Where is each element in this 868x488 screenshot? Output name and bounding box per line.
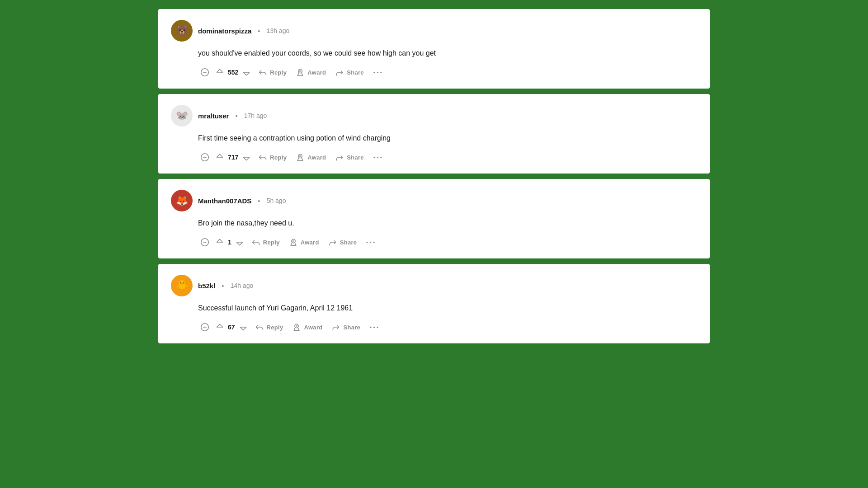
comment-header: 🐻 dominatorspizza • 13h ago bbox=[171, 20, 697, 42]
avatar: 🐭 bbox=[171, 105, 193, 127]
downvote-button[interactable] bbox=[237, 321, 250, 333]
more-options-button[interactable]: ··· bbox=[369, 66, 387, 79]
collapse-button[interactable] bbox=[198, 235, 212, 249]
collapse-icon bbox=[200, 237, 210, 247]
upvote-button[interactable] bbox=[213, 151, 226, 164]
reply-button[interactable]: Reply bbox=[251, 320, 287, 334]
award-button[interactable]: Award bbox=[292, 65, 330, 80]
downvote-icon bbox=[239, 323, 248, 332]
share-icon bbox=[335, 153, 344, 162]
more-options-button[interactable]: ··· bbox=[369, 151, 387, 164]
share-button[interactable]: Share bbox=[331, 150, 368, 164]
reply-button[interactable]: Reply bbox=[255, 65, 290, 80]
award-label: Award bbox=[304, 324, 322, 331]
collapse-button[interactable] bbox=[198, 150, 212, 164]
timestamp: 14h ago bbox=[231, 282, 254, 289]
comment-actions: 717 Reply bbox=[198, 150, 697, 164]
award-label: Award bbox=[301, 239, 319, 246]
share-label: Share bbox=[340, 239, 357, 246]
comment-header: 🦊 Manthan007ADS • 5h ago bbox=[171, 190, 697, 211]
award-icon bbox=[292, 323, 301, 332]
comment-text: Successful launch of Yuri Gagarin, April… bbox=[198, 303, 697, 314]
reply-label: Reply bbox=[270, 69, 287, 76]
comment-card-2: 🐭 mraltuser • 17h ago First time seeing … bbox=[158, 94, 710, 174]
comment-header: 🐥 b52kl • 14h ago bbox=[171, 275, 697, 296]
comment-header: 🐭 mraltuser • 17h ago bbox=[171, 105, 697, 127]
username: Manthan007ADS bbox=[198, 197, 251, 205]
collapse-button[interactable] bbox=[198, 320, 212, 334]
downvote-button[interactable] bbox=[240, 66, 253, 79]
avatar: 🐥 bbox=[171, 275, 193, 296]
vote-count: 1 bbox=[228, 239, 231, 246]
reply-icon bbox=[255, 323, 264, 332]
reply-label: Reply bbox=[270, 154, 287, 161]
downvote-icon bbox=[242, 68, 251, 77]
comment-card-4: 🐥 b52kl • 14h ago Successful launch of Y… bbox=[158, 264, 710, 343]
award-button[interactable]: Award bbox=[288, 320, 326, 334]
username: mraltuser bbox=[198, 112, 229, 120]
vote-count: 717 bbox=[228, 154, 238, 161]
share-icon bbox=[328, 238, 337, 247]
collapse-icon bbox=[200, 67, 210, 77]
dot-separator: • bbox=[258, 197, 260, 205]
comment-text: Bro join the nasa,they need u. bbox=[198, 218, 697, 229]
share-button[interactable]: Share bbox=[325, 235, 361, 249]
share-label: Share bbox=[347, 154, 364, 161]
timestamp: 13h ago bbox=[267, 27, 290, 34]
reply-label: Reply bbox=[263, 239, 280, 246]
svg-point-2 bbox=[298, 69, 302, 73]
award-label: Award bbox=[307, 154, 326, 161]
reply-label: Reply bbox=[267, 324, 283, 331]
comment-text: First time seeing a contraption using po… bbox=[198, 133, 697, 144]
upvote-button[interactable] bbox=[213, 66, 226, 79]
share-label: Share bbox=[343, 324, 360, 331]
timestamp: 17h ago bbox=[244, 112, 267, 119]
reply-button[interactable]: Reply bbox=[255, 150, 290, 164]
downvote-icon bbox=[235, 238, 244, 247]
svg-point-10 bbox=[292, 239, 295, 243]
upvote-icon bbox=[215, 153, 224, 162]
upvote-button[interactable] bbox=[213, 321, 226, 333]
upvote-button[interactable] bbox=[213, 236, 226, 249]
timestamp: 5h ago bbox=[267, 197, 286, 204]
dot-separator: • bbox=[258, 27, 260, 35]
more-options-button[interactable]: ··· bbox=[366, 321, 383, 333]
svg-point-11 bbox=[292, 240, 294, 242]
svg-point-7 bbox=[300, 155, 301, 157]
collapse-icon bbox=[200, 322, 210, 332]
dot-separator: • bbox=[222, 282, 224, 290]
share-label: Share bbox=[347, 69, 364, 76]
svg-point-14 bbox=[295, 324, 298, 328]
avatar: 🐻 bbox=[171, 20, 193, 42]
dot-separator: • bbox=[235, 112, 237, 120]
username: b52kl bbox=[198, 282, 215, 290]
more-options-button[interactable]: ··· bbox=[362, 236, 380, 249]
reply-icon bbox=[258, 68, 267, 77]
comment-body: Successful launch of Yuri Gagarin, April… bbox=[198, 303, 697, 334]
upvote-icon bbox=[215, 238, 224, 247]
award-button[interactable]: Award bbox=[292, 150, 330, 164]
comment-text: you should've enabled your coords, so we… bbox=[198, 48, 697, 59]
reply-button[interactable]: Reply bbox=[248, 235, 283, 249]
downvote-button[interactable] bbox=[233, 236, 246, 249]
upvote-icon bbox=[215, 323, 224, 332]
collapse-button[interactable] bbox=[198, 66, 212, 79]
comment-body: Bro join the nasa,they need u. 1 bbox=[198, 218, 697, 249]
comment-card-1: 🐻 dominatorspizza • 13h ago you should'v… bbox=[158, 9, 710, 89]
award-button[interactable]: Award bbox=[285, 235, 323, 249]
comments-container: 🐻 dominatorspizza • 13h ago you should'v… bbox=[158, 9, 710, 343]
vote-count: 67 bbox=[228, 324, 235, 331]
comment-body: you should've enabled your coords, so we… bbox=[198, 48, 697, 80]
comment-actions: 67 Reply bbox=[198, 320, 697, 334]
share-button[interactable]: Share bbox=[328, 320, 364, 334]
share-icon bbox=[331, 323, 340, 332]
comment-actions: 1 Reply bbox=[198, 235, 697, 249]
avatar: 🦊 bbox=[171, 190, 193, 211]
reply-icon bbox=[251, 238, 260, 247]
vote-count: 552 bbox=[228, 69, 238, 76]
share-button[interactable]: Share bbox=[331, 65, 368, 80]
downvote-button[interactable] bbox=[240, 151, 253, 164]
award-icon bbox=[289, 238, 298, 247]
comment-card-3: 🦊 Manthan007ADS • 5h ago Bro join the na… bbox=[158, 179, 710, 258]
collapse-icon bbox=[200, 152, 210, 162]
